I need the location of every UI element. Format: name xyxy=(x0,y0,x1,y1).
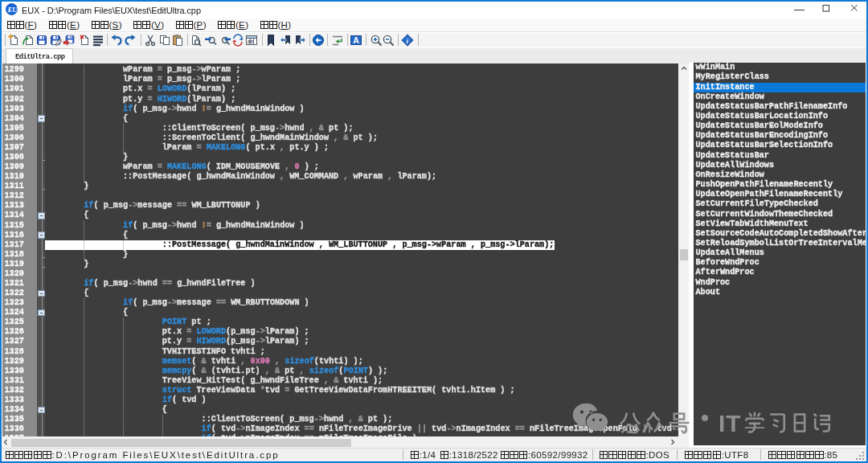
svg-text:EU: EU xyxy=(6,6,18,14)
svg-text:A: A xyxy=(353,35,359,45)
svg-text:ab: ab xyxy=(248,39,254,44)
